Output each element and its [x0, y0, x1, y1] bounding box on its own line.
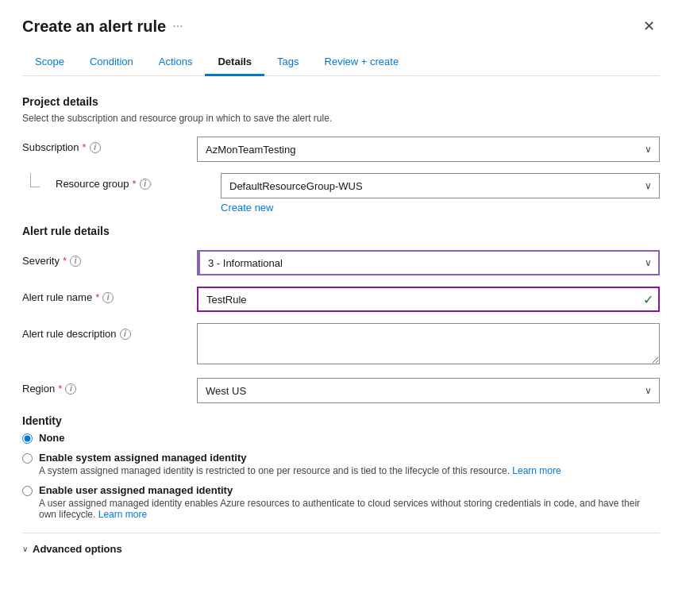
tab-scope[interactable]: Scope — [22, 49, 77, 76]
region-row: Region * i West US — [22, 378, 660, 403]
alert-rule-name-input-wrapper: ✓ — [197, 287, 660, 312]
identity-user-label: Enable user assigned managed identity — [39, 484, 660, 496]
advanced-options-chevron-icon: ∨ — [22, 545, 28, 553]
nav-tabs: Scope Condition Actions Details Tags Rev… — [22, 49, 660, 76]
severity-required: * — [63, 255, 67, 267]
identity-none-label: None — [39, 432, 65, 444]
tab-details[interactable]: Details — [205, 49, 264, 76]
identity-user-radio[interactable] — [22, 486, 33, 496]
region-select[interactable]: West US — [197, 378, 660, 403]
identity-title: Identity — [22, 414, 660, 427]
region-select-wrapper: West US — [197, 378, 660, 403]
project-details-desc: Select the subscription and resource gro… — [22, 113, 660, 124]
alert-rule-name-input[interactable] — [197, 287, 660, 312]
identity-none-row: None — [22, 432, 660, 444]
alert-rule-name-required: * — [95, 291, 99, 303]
region-required: * — [58, 383, 62, 395]
tab-condition[interactable]: Condition — [77, 49, 146, 76]
identity-user-desc: A user assigned managed identity enables… — [39, 498, 660, 520]
create-new-link[interactable]: Create new — [221, 202, 273, 214]
dialog-header: Create an alert rule ··· ✕ — [22, 16, 660, 37]
identity-user-row: Enable user assigned managed identity A … — [22, 484, 660, 520]
identity-system-row: Enable system assigned managed identity … — [22, 452, 660, 476]
alert-rule-name-row: Alert rule name * i ✓ — [22, 287, 660, 312]
alert-rule-name-control: ✓ — [197, 287, 660, 312]
advanced-options[interactable]: ∨ Advanced options — [22, 533, 660, 555]
close-button[interactable]: ✕ — [638, 16, 660, 37]
identity-system-learn-more[interactable]: Learn more — [512, 465, 561, 476]
severity-info-icon[interactable]: i — [70, 256, 81, 267]
resource-indent-decoration — [30, 173, 40, 187]
tab-review-create[interactable]: Review + create — [312, 49, 412, 76]
region-info-icon[interactable]: i — [65, 383, 76, 395]
resource-group-row: Resource group * i DefaultResourceGroup-… — [22, 173, 660, 214]
subscription-info-icon[interactable]: i — [90, 142, 101, 153]
alert-rule-name-label: Alert rule name * i — [22, 287, 197, 303]
alert-rule-name-check-icon: ✓ — [643, 292, 653, 307]
identity-system-radio[interactable] — [22, 453, 33, 464]
subscription-row: Subscription * i AzMonTeamTesting — [22, 137, 660, 162]
subscription-select[interactable]: AzMonTeamTesting — [197, 137, 660, 162]
subscription-select-wrapper: AzMonTeamTesting — [197, 137, 660, 162]
severity-select[interactable]: 3 - Informational — [197, 250, 660, 275]
dialog-ellipsis[interactable]: ··· — [172, 19, 183, 33]
tab-actions[interactable]: Actions — [146, 49, 206, 76]
identity-system-label: Enable system assigned managed identity — [39, 452, 561, 464]
subscription-label: Subscription * i — [22, 137, 197, 153]
project-details-title: Project details — [22, 95, 660, 108]
subscription-control: AzMonTeamTesting — [197, 137, 660, 162]
create-alert-rule-dialog: Create an alert rule ··· ✕ Scope Conditi… — [0, 0, 682, 616]
resource-group-info-icon[interactable]: i — [140, 179, 151, 190]
resource-group-select-wrapper: DefaultResourceGroup-WUS — [221, 173, 660, 198]
resource-group-control: DefaultResourceGroup-WUS Create new — [221, 173, 660, 214]
severity-label: Severity * i — [22, 250, 197, 267]
alert-rule-details-title: Alert rule details — [22, 225, 660, 237]
subscription-required: * — [83, 141, 87, 153]
identity-section: Identity None Enable system assigned man… — [22, 414, 660, 520]
alert-rule-description-label: Alert rule description i — [22, 323, 197, 340]
identity-user-learn-more[interactable]: Learn more — [98, 509, 147, 520]
severity-row: Severity * i 3 - Informational — [22, 250, 660, 275]
alert-rule-name-info-icon[interactable]: i — [102, 292, 114, 303]
resource-group-label: Resource group * i — [46, 173, 221, 190]
alert-rule-description-textarea[interactable] — [197, 323, 660, 364]
severity-control: 3 - Informational — [197, 250, 660, 275]
alert-rule-description-info-icon[interactable]: i — [120, 329, 131, 340]
identity-none-radio[interactable] — [22, 433, 33, 444]
dialog-title: Create an alert rule — [22, 17, 166, 36]
resource-group-select[interactable]: DefaultResourceGroup-WUS — [221, 173, 660, 198]
alert-rule-description-row: Alert rule description i — [22, 323, 660, 367]
advanced-options-label: Advanced options — [33, 543, 122, 555]
dialog-title-group: Create an alert rule ··· — [22, 17, 183, 36]
region-control: West US — [197, 378, 660, 403]
tab-tags[interactable]: Tags — [264, 49, 311, 76]
resource-group-required: * — [133, 178, 137, 190]
identity-system-desc: A system assigned managed identity is re… — [39, 465, 561, 476]
severity-select-wrapper: 3 - Informational — [197, 250, 660, 275]
region-label: Region * i — [22, 378, 197, 395]
alert-rule-details-section: Alert rule details — [22, 225, 660, 237]
alert-rule-description-control — [197, 323, 660, 367]
